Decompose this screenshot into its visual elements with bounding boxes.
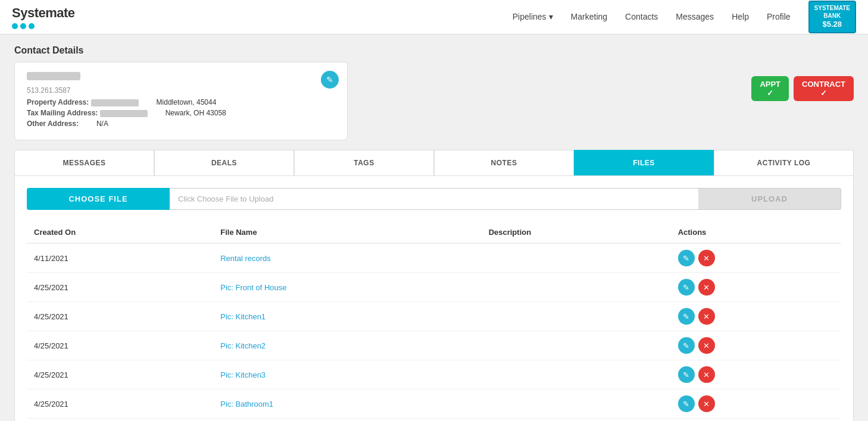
- cell-description: [482, 302, 671, 331]
- cell-file-name: Pic: Kitchen3: [213, 360, 481, 389]
- close-icon: ✕: [703, 312, 710, 321]
- top-nav: Systemate Pipelines ▾ Marketing Contacts…: [0, 0, 868, 34]
- bank-label-line1: SYSTEMATE: [814, 4, 850, 12]
- cell-file-name: Pic: Bathroom1: [213, 389, 481, 419]
- upload-row: CHOOSE FILE Click Choose File to Upload …: [27, 188, 841, 210]
- logo-dot-3: [29, 23, 35, 29]
- logo: Systemate: [12, 5, 75, 29]
- appt-badge: APPT ✓: [751, 76, 789, 101]
- cell-actions: ✎ ✕: [671, 243, 841, 273]
- logo-text: Systemate: [12, 5, 75, 20]
- tab-tags[interactable]: TAGS: [294, 150, 434, 175]
- file-edit-button-2[interactable]: ✎: [678, 308, 695, 325]
- table-row: 4/25/2021 Pic: Front of House ✎ ✕: [27, 273, 841, 302]
- cell-created-on: 4/25/2021: [27, 360, 213, 389]
- edit-icon: ✎: [683, 341, 689, 350]
- cell-actions: ✎ ✕: [671, 389, 841, 419]
- nav-messages[interactable]: Messages: [676, 12, 714, 21]
- file-edit-button-3[interactable]: ✎: [678, 337, 695, 354]
- page-content: APPT ✓ CONTRACT ✓ Contact Details 513.26…: [0, 34, 868, 421]
- file-delete-button-3[interactable]: ✕: [698, 337, 715, 354]
- file-link-2[interactable]: Pic: Kitchen1: [220, 312, 266, 321]
- logo-dots: [12, 23, 75, 29]
- contact-phone: 513.261.3587: [27, 86, 335, 95]
- table-row: 4/25/2021 Pic: Kitchen1 ✎ ✕: [27, 302, 841, 331]
- tab-deals[interactable]: DEALS: [154, 150, 294, 175]
- file-link-4[interactable]: Pic: Kitchen3: [220, 370, 266, 379]
- cell-created-on: 4/11/2021: [27, 243, 213, 273]
- edit-icon: ✎: [683, 254, 689, 263]
- other-address-value: N/A: [96, 120, 108, 128]
- contract-label: CONTRACT: [802, 80, 845, 89]
- col-actions: Actions: [671, 222, 841, 243]
- contact-edit-button[interactable]: ✎: [321, 71, 339, 89]
- tab-notes[interactable]: NOTES: [434, 150, 574, 175]
- nav-help[interactable]: Help: [732, 12, 749, 21]
- file-edit-button-4[interactable]: ✎: [678, 366, 695, 383]
- property-address-blur: [91, 99, 139, 106]
- cell-created-on: 4/25/2021: [27, 302, 213, 331]
- nav-contacts[interactable]: Contacts: [625, 12, 658, 21]
- file-delete-button-0[interactable]: ✕: [698, 250, 715, 266]
- close-icon: ✕: [703, 254, 710, 263]
- appt-label: APPT: [760, 80, 780, 89]
- actions-cell: ✎ ✕: [678, 279, 834, 296]
- cell-created-on: 4/25/2021: [27, 389, 213, 419]
- file-delete-button-5[interactable]: ✕: [698, 395, 715, 412]
- col-file-name: File Name: [213, 222, 481, 243]
- bank-label-line2: BANK: [814, 12, 850, 20]
- file-input-display: Click Choose File to Upload: [170, 188, 698, 210]
- edit-icon: ✎: [326, 75, 333, 84]
- property-address-row: Property Address: Middletown, 45044: [27, 98, 335, 106]
- actions-cell: ✎ ✕: [678, 366, 834, 383]
- tax-mailing-city: Newark, OH 43058: [166, 109, 226, 117]
- systemate-bank-badge[interactable]: SYSTEMATE BANK $5.28: [808, 1, 856, 33]
- cell-created-on: 4/25/2021: [27, 331, 213, 360]
- cell-description: [482, 243, 671, 273]
- file-delete-button-1[interactable]: ✕: [698, 279, 715, 296]
- tax-mailing-row: Tax Mailing Address: Newark, OH 43058: [27, 109, 335, 117]
- file-link-3[interactable]: Pic: Kitchen2: [220, 341, 266, 350]
- tab-activity-log[interactable]: ACTIVITY LOG: [714, 150, 854, 175]
- file-link-5[interactable]: Pic: Bathroom1: [220, 400, 273, 409]
- tax-mailing-blur: [100, 110, 148, 117]
- status-badges: APPT ✓ CONTRACT ✓: [751, 76, 854, 101]
- tax-mailing-label: Tax Mailing Address:: [27, 109, 98, 117]
- cell-file-name: Pic: Kitchen2: [213, 331, 481, 360]
- edit-icon: ✎: [683, 400, 689, 409]
- property-address-city: Middletown, 45044: [157, 98, 217, 106]
- other-address-label: Other Address:: [27, 120, 79, 128]
- file-edit-button-1[interactable]: ✎: [678, 279, 695, 296]
- file-link-0[interactable]: Rental records: [220, 254, 271, 263]
- nav-pipelines[interactable]: Pipelines ▾: [513, 12, 553, 21]
- tab-files[interactable]: FILES: [574, 150, 714, 175]
- cell-file-name: Pic: Front of House: [213, 273, 481, 302]
- edit-icon: ✎: [683, 283, 689, 292]
- tabs-bar: MESSAGESDEALSTAGSNOTESFILESACTIVITY LOG: [14, 150, 854, 175]
- nav-marketing[interactable]: Marketing: [571, 12, 607, 21]
- file-delete-button-2[interactable]: ✕: [698, 308, 715, 325]
- pipelines-dropdown-icon: ▾: [549, 12, 553, 21]
- table-row: 4/25/2021 Pic: Kitchen3 ✎ ✕: [27, 360, 841, 389]
- close-icon: ✕: [703, 400, 710, 409]
- cell-actions: ✎ ✕: [671, 273, 841, 302]
- actions-cell: ✎ ✕: [678, 308, 834, 325]
- property-address-label: Property Address:: [27, 98, 89, 106]
- file-edit-button-5[interactable]: ✎: [678, 395, 695, 412]
- col-created-on: Created On: [27, 222, 213, 243]
- cell-actions: ✎ ✕: [671, 331, 841, 360]
- upload-button[interactable]: UPLOAD: [698, 188, 841, 210]
- tab-messages[interactable]: MESSAGES: [14, 150, 154, 175]
- files-table: Created On File Name Description Actions…: [27, 222, 841, 421]
- cell-file-name: Pic: Bathroom2: [213, 419, 481, 422]
- file-edit-button-0[interactable]: ✎: [678, 250, 695, 266]
- page-title: Contact Details: [14, 45, 854, 56]
- file-link-1[interactable]: Pic: Front of House: [220, 283, 286, 292]
- cell-created-on: 4/25/2021: [27, 273, 213, 302]
- file-delete-button-4[interactable]: ✕: [698, 366, 715, 383]
- logo-dot-1: [12, 23, 18, 29]
- nav-profile[interactable]: Profile: [767, 12, 791, 21]
- close-icon: ✕: [703, 370, 710, 379]
- nav-links: Pipelines ▾ Marketing Contacts Messages …: [513, 1, 856, 33]
- choose-file-button[interactable]: CHOOSE FILE: [27, 188, 170, 210]
